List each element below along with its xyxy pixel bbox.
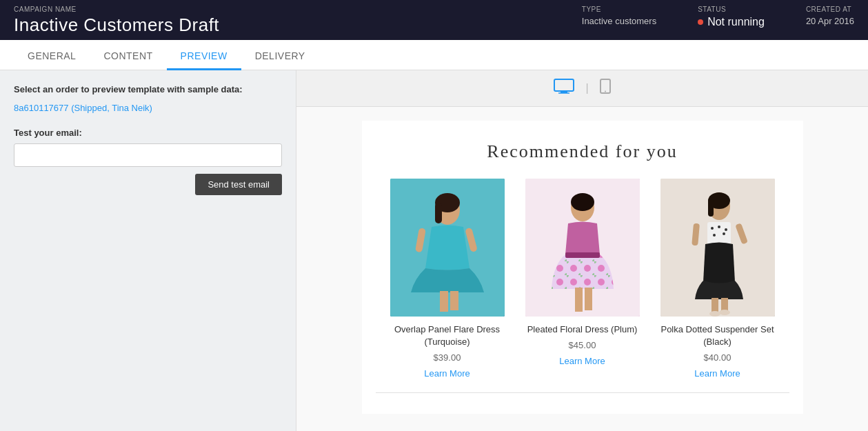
type-value: Inactive customers bbox=[582, 16, 656, 26]
recommended-title: Recommended for you bbox=[376, 141, 789, 162]
svg-point-31 bbox=[713, 234, 716, 237]
campaign-name-label: CAMPAIGN NAME bbox=[14, 6, 219, 13]
tab-general[interactable]: GENERAL bbox=[14, 43, 90, 70]
svg-rect-22 bbox=[585, 288, 592, 310]
learn-more-link-1[interactable]: Learn More bbox=[424, 368, 470, 379]
left-panel: Select an order to preview template with… bbox=[0, 70, 296, 431]
status-label: STATUS bbox=[698, 6, 765, 13]
main-content: Select an order to preview template with… bbox=[0, 70, 868, 431]
email-label: Test your email: bbox=[14, 128, 282, 138]
svg-point-4 bbox=[605, 91, 606, 92]
product-price-3: $40.00 bbox=[704, 352, 731, 363]
svg-rect-0 bbox=[554, 79, 574, 91]
email-preview: Recommended for you bbox=[362, 121, 803, 414]
type-label: TYPE bbox=[582, 6, 656, 13]
status-value: Not running bbox=[698, 16, 765, 28]
order-link[interactable]: 8a610117677 (Shipped, Tina Neik) bbox=[14, 103, 152, 113]
tab-preview[interactable]: PREVIEW bbox=[167, 43, 241, 70]
svg-point-29 bbox=[718, 225, 720, 228]
product-image-1 bbox=[390, 179, 505, 317]
right-panel: | Recommended for you bbox=[296, 70, 868, 431]
created-at-group: CREATED AT 20 Apr 2016 bbox=[806, 6, 854, 26]
select-order-label: Select an order to preview template with… bbox=[14, 84, 282, 94]
device-toggle-bar: | bbox=[296, 70, 868, 107]
mobile-icon[interactable] bbox=[600, 79, 611, 98]
device-divider: | bbox=[585, 82, 588, 94]
type-group: TYPE Inactive customers bbox=[582, 6, 656, 26]
status-dot bbox=[698, 19, 703, 25]
svg-rect-9 bbox=[440, 291, 448, 312]
learn-more-link-3[interactable]: Learn More bbox=[694, 368, 740, 379]
svg-point-35 bbox=[709, 311, 720, 317]
campaign-title: Inactive Customers Draft bbox=[14, 14, 219, 36]
created-at-value: 20 Apr 2016 bbox=[806, 16, 854, 26]
product-price-1: $39.00 bbox=[434, 352, 461, 363]
product-card-3: Polka Dotted Suspender Set (Black) $40.0… bbox=[656, 179, 780, 379]
product-name-3: Polka Dotted Suspender Set (Black) bbox=[656, 323, 780, 348]
product-name-1: Overlap Panel Flare Dress (Turquoise) bbox=[385, 323, 509, 348]
tab-content[interactable]: CONTENT bbox=[90, 43, 166, 70]
svg-point-28 bbox=[711, 227, 714, 230]
preview-divider bbox=[376, 392, 789, 393]
svg-point-32 bbox=[723, 232, 725, 235]
svg-rect-8 bbox=[435, 203, 442, 223]
svg-rect-21 bbox=[575, 288, 583, 312]
svg-rect-10 bbox=[450, 291, 458, 310]
page-header: CAMPAIGN NAME Inactive Customers Draft T… bbox=[0, 0, 868, 40]
svg-rect-26 bbox=[708, 199, 714, 217]
tab-delivery[interactable]: DELIVERY bbox=[241, 43, 319, 70]
svg-point-30 bbox=[725, 228, 727, 231]
created-at-label: CREATED AT bbox=[806, 6, 854, 13]
product-price-2: $45.00 bbox=[569, 340, 596, 350]
svg-rect-20 bbox=[565, 252, 600, 258]
campaign-info: CAMPAIGN NAME Inactive Customers Draft bbox=[14, 6, 219, 36]
status-group: STATUS Not running bbox=[698, 6, 765, 28]
product-card-2: Pleated Floral Dress (Plum) $45.00 Learn… bbox=[521, 179, 645, 379]
desktop-icon[interactable] bbox=[554, 79, 574, 98]
send-test-email-button[interactable]: Send test email bbox=[195, 174, 282, 195]
product-card-1: Overlap Panel Flare Dress (Turquoise) $3… bbox=[385, 179, 509, 379]
email-input[interactable] bbox=[14, 143, 282, 167]
product-image-3 bbox=[660, 179, 775, 317]
product-name-2: Pleated Floral Dress (Plum) bbox=[527, 323, 638, 336]
svg-point-36 bbox=[719, 310, 730, 315]
learn-more-link-2[interactable]: Learn More bbox=[559, 356, 605, 366]
product-image-2 bbox=[525, 179, 640, 317]
svg-rect-33 bbox=[711, 298, 718, 313]
header-meta: TYPE Inactive customers STATUS Not runni… bbox=[582, 6, 854, 28]
svg-point-15 bbox=[571, 193, 594, 211]
status-text: Not running bbox=[707, 16, 765, 28]
tabs-bar: GENERAL CONTENT PREVIEW DELIVERY bbox=[0, 40, 868, 70]
products-grid: Overlap Panel Flare Dress (Turquoise) $3… bbox=[376, 179, 789, 379]
